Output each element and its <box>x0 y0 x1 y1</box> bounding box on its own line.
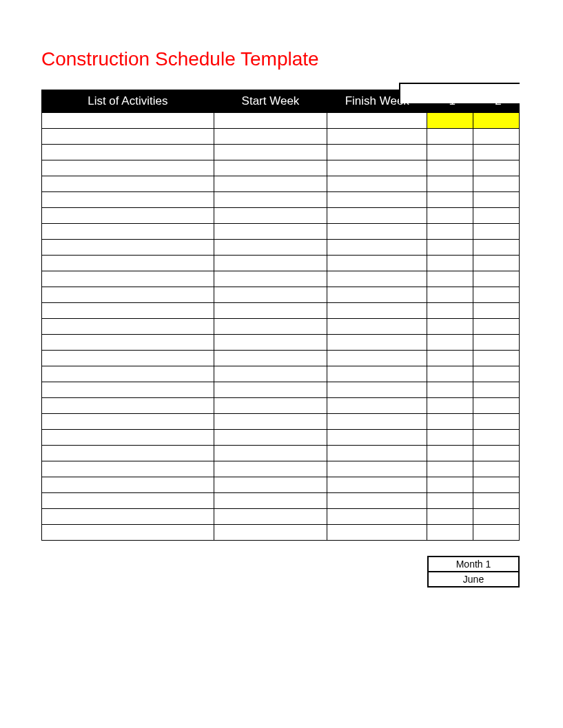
table-cell[interactable] <box>327 256 427 271</box>
table-cell[interactable] <box>42 113 214 129</box>
table-cell[interactable] <box>214 129 327 145</box>
table-cell[interactable] <box>473 351 520 366</box>
table-cell[interactable] <box>427 129 473 145</box>
table-cell[interactable] <box>214 271 327 287</box>
table-cell[interactable] <box>42 271 214 287</box>
table-cell[interactable] <box>427 398 473 414</box>
table-cell[interactable] <box>214 145 327 160</box>
table-cell[interactable] <box>473 335 520 351</box>
table-cell[interactable] <box>327 271 427 287</box>
table-cell[interactable] <box>42 414 214 430</box>
table-cell[interactable] <box>427 160 473 176</box>
table-cell[interactable] <box>427 224 473 240</box>
table-cell[interactable] <box>427 113 473 129</box>
table-cell[interactable] <box>327 493 427 509</box>
table-cell[interactable] <box>214 414 327 430</box>
table-cell[interactable] <box>427 414 473 430</box>
table-cell[interactable] <box>42 366 214 382</box>
table-cell[interactable] <box>473 113 520 129</box>
table-cell[interactable] <box>327 319 427 335</box>
table-cell[interactable] <box>427 287 473 303</box>
table-cell[interactable] <box>214 287 327 303</box>
table-cell[interactable] <box>327 240 427 256</box>
table-cell[interactable] <box>473 477 520 493</box>
table-cell[interactable] <box>327 335 427 351</box>
table-cell[interactable] <box>42 382 214 398</box>
table-cell[interactable] <box>327 382 427 398</box>
table-cell[interactable] <box>473 129 520 145</box>
table-cell[interactable] <box>427 240 473 256</box>
table-cell[interactable] <box>427 493 473 509</box>
table-cell[interactable] <box>473 430 520 446</box>
table-cell[interactable] <box>214 256 327 271</box>
table-cell[interactable] <box>42 430 214 446</box>
table-cell[interactable] <box>473 160 520 176</box>
table-cell[interactable] <box>214 335 327 351</box>
table-cell[interactable] <box>214 319 327 335</box>
table-cell[interactable] <box>327 351 427 366</box>
table-cell[interactable] <box>427 145 473 160</box>
table-cell[interactable] <box>427 271 473 287</box>
table-cell[interactable] <box>42 256 214 271</box>
table-cell[interactable] <box>473 287 520 303</box>
table-cell[interactable] <box>473 303 520 319</box>
table-cell[interactable] <box>42 509 214 525</box>
table-cell[interactable] <box>42 240 214 256</box>
table-cell[interactable] <box>42 335 214 351</box>
table-cell[interactable] <box>327 414 427 430</box>
table-cell[interactable] <box>473 398 520 414</box>
table-cell[interactable] <box>427 509 473 525</box>
table-cell[interactable] <box>42 398 214 414</box>
table-cell[interactable] <box>427 366 473 382</box>
table-cell[interactable] <box>327 303 427 319</box>
table-cell[interactable] <box>427 477 473 493</box>
table-cell[interactable] <box>42 160 214 176</box>
table-cell[interactable] <box>42 525 214 541</box>
table-cell[interactable] <box>214 366 327 382</box>
table-cell[interactable] <box>473 256 520 271</box>
table-cell[interactable] <box>327 160 427 176</box>
table-cell[interactable] <box>473 176 520 192</box>
table-cell[interactable] <box>214 461 327 477</box>
table-cell[interactable] <box>42 287 214 303</box>
table-cell[interactable] <box>327 224 427 240</box>
table-cell[interactable] <box>327 208 427 224</box>
table-cell[interactable] <box>473 240 520 256</box>
table-cell[interactable] <box>214 430 327 446</box>
table-cell[interactable] <box>42 351 214 366</box>
table-cell[interactable] <box>473 271 520 287</box>
table-cell[interactable] <box>473 461 520 477</box>
table-cell[interactable] <box>214 224 327 240</box>
table-cell[interactable] <box>327 129 427 145</box>
table-cell[interactable] <box>214 493 327 509</box>
table-cell[interactable] <box>42 145 214 160</box>
table-cell[interactable] <box>473 208 520 224</box>
table-cell[interactable] <box>473 145 520 160</box>
table-cell[interactable] <box>327 145 427 160</box>
table-cell[interactable] <box>327 287 427 303</box>
table-cell[interactable] <box>214 160 327 176</box>
table-cell[interactable] <box>214 113 327 129</box>
table-cell[interactable] <box>427 192 473 208</box>
table-cell[interactable] <box>473 509 520 525</box>
table-cell[interactable] <box>214 208 327 224</box>
table-cell[interactable] <box>427 208 473 224</box>
table-cell[interactable] <box>327 477 427 493</box>
table-cell[interactable] <box>42 176 214 192</box>
table-cell[interactable] <box>427 446 473 461</box>
table-cell[interactable] <box>473 414 520 430</box>
table-cell[interactable] <box>327 525 427 541</box>
table-cell[interactable] <box>214 509 327 525</box>
table-cell[interactable] <box>473 366 520 382</box>
table-cell[interactable] <box>427 256 473 271</box>
table-cell[interactable] <box>42 129 214 145</box>
table-cell[interactable] <box>214 351 327 366</box>
table-cell[interactable] <box>214 446 327 461</box>
table-cell[interactable] <box>427 461 473 477</box>
table-cell[interactable] <box>327 461 427 477</box>
table-cell[interactable] <box>214 240 327 256</box>
table-cell[interactable] <box>327 509 427 525</box>
table-cell[interactable] <box>42 446 214 461</box>
table-cell[interactable] <box>214 477 327 493</box>
table-cell[interactable] <box>327 113 427 129</box>
